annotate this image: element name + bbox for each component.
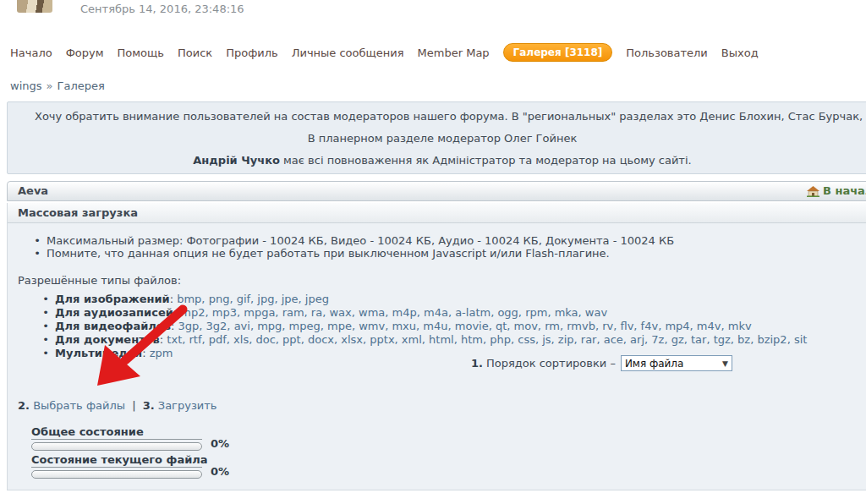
back-to-home-link[interactable]: В начало <box>807 182 866 200</box>
breadcrumb-site-link[interactable]: wings <box>10 79 42 92</box>
type-multimedia: •Мультимедия: zpm <box>41 347 866 360</box>
step2-number: 2. <box>18 399 30 412</box>
type-multimedia-label: Мультимедия <box>55 347 142 359</box>
type-documents: •Для документов: txt, rtf, pdf, xls, doc… <box>41 333 866 347</box>
notice-line-3-text: має всі повноваження як Адміністратор та… <box>280 154 692 167</box>
notice-line-2: В планерном разделе модератор Олег Гойне… <box>8 132 866 145</box>
menu-item-messages[interactable]: Личные сообщения <box>292 47 404 59</box>
post-date: Сентябрь 14, 2016, 23:48:16 <box>80 3 244 15</box>
note-js-flash-text: Помните, что данная опция не будет работ… <box>47 247 610 260</box>
note-js-flash: •Помните, что данная опция не будет рабо… <box>33 247 866 260</box>
sort-label: Порядок сортировки – <box>486 357 616 370</box>
steps-separator: | <box>132 399 135 412</box>
overall-progress-percent: 0% <box>211 437 229 450</box>
sort-order-select[interactable]: Имя файла ▼ <box>621 355 732 371</box>
type-multimedia-extensions: zpm <box>150 347 173 359</box>
menu-item-member-map[interactable]: Member Map <box>418 47 490 59</box>
type-audio-extensions: mp2, mp3, mpga, ram, ra, wax, wma, m4p, … <box>180 306 607 319</box>
notice-line-3: Андрій Чучко має всі повноваження як Адм… <box>8 154 866 167</box>
page: Сентябрь 14, 2016, 23:48:16 Начало Форум… <box>0 0 866 504</box>
note-max-size-text: Максимальный размер: Фотографии - 10024 … <box>47 234 674 247</box>
chevron-down-icon: ▼ <box>722 359 728 368</box>
back-to-home-label: В начало <box>823 182 866 200</box>
overall-progress-label: Общее состояние <box>31 425 202 440</box>
current-file-progress-label: Состояние текущего файла <box>31 453 202 468</box>
note-max-size: •Максимальный размер: Фотографии - 10024… <box>33 234 866 247</box>
allowed-types-heading: Разрешённые типы файлов: <box>18 274 866 287</box>
mass-upload-title: Массовая загрузка <box>8 203 866 223</box>
breadcrumb-gallery-link[interactable]: Галерея <box>57 79 104 92</box>
type-video-extensions: 3gp, 3g2, avi, mpg, mpeg, mpe, wmv, mxu,… <box>178 320 752 332</box>
menu-item-home[interactable]: Начало <box>10 47 52 59</box>
select-files-link[interactable]: Выбрать файлы <box>33 399 125 412</box>
type-images-label: Для изображений <box>55 293 170 305</box>
menu-item-search[interactable]: Поиск <box>178 47 212 59</box>
upload-files-link[interactable]: Загрузить <box>158 399 217 412</box>
mass-upload-panel: Массовая загрузка •Максимальный размер: … <box>7 203 866 490</box>
breadcrumb-separator: » <box>47 79 53 92</box>
upload-notes-list: •Максимальный размер: Фотографии - 10024… <box>33 234 866 260</box>
main-menu: Начало Форум Помощь Поиск Профиль Личные… <box>10 43 759 62</box>
type-video-label: Для видеофайлов <box>55 320 171 332</box>
type-audio: •Для аудиозаписей: mp2, mp3, mpga, ram, … <box>41 306 866 320</box>
type-images-extensions: bmp, png, gif, jpg, jpe, jpeg <box>177 293 329 305</box>
overall-progress-bar <box>31 442 202 451</box>
breadcrumb: wings»Галерея <box>10 79 105 92</box>
moderator-notice: Хочу обратить внимание пользователей на … <box>7 101 866 174</box>
menu-item-logout[interactable]: Выход <box>721 47 759 59</box>
menu-item-help[interactable]: Помощь <box>118 47 164 59</box>
sort-order-row: 1. Порядок сортировки – Имя файла ▼ <box>471 355 732 371</box>
menu-item-forum[interactable]: Форум <box>66 47 104 59</box>
type-documents-extensions: txt, rtf, pdf, xls, doc, ppt, docx, xlsx… <box>167 333 807 346</box>
gallery-category-title: Aeva <box>18 184 48 197</box>
current-file-progress-bar <box>31 470 202 479</box>
home-icon <box>807 186 819 197</box>
overall-progress: Общее состояние 0% <box>31 425 866 451</box>
current-file-progress: Состояние текущего файла 0% <box>31 453 866 479</box>
allowed-types-list: •Для изображений: bmp, png, gif, jpg, jp… <box>41 293 866 360</box>
step3-number: 3. <box>143 399 155 412</box>
progress-section: Общее состояние 0% Состояние текущего фа… <box>31 425 866 479</box>
type-video: •Для видеофайлов: 3gp, 3g2, avi, mpg, mp… <box>41 320 866 333</box>
avatar[interactable] <box>17 0 52 13</box>
type-audio-label: Для аудиозаписей <box>55 306 173 319</box>
upload-steps-row: 2. Выбрать файлы | 3. Загрузить <box>18 399 866 412</box>
sort-step-number: 1. <box>471 357 483 370</box>
sort-selected-option: Имя файла <box>625 358 722 370</box>
notice-line-1: Хочу обратить внимание пользователей на … <box>8 110 866 123</box>
type-documents-label: Для документов <box>55 333 160 346</box>
menu-item-members[interactable]: Пользователи <box>626 47 708 59</box>
gallery-category-bar: Aeva В начало <box>7 181 866 201</box>
notice-admin-name: Андрій Чучко <box>193 154 280 167</box>
menu-item-gallery-active[interactable]: Галерея [3118] <box>503 43 613 62</box>
type-images: •Для изображений: bmp, png, gif, jpg, jp… <box>41 293 866 306</box>
menu-item-profile[interactable]: Профиль <box>226 47 278 59</box>
current-file-progress-percent: 0% <box>211 465 229 478</box>
